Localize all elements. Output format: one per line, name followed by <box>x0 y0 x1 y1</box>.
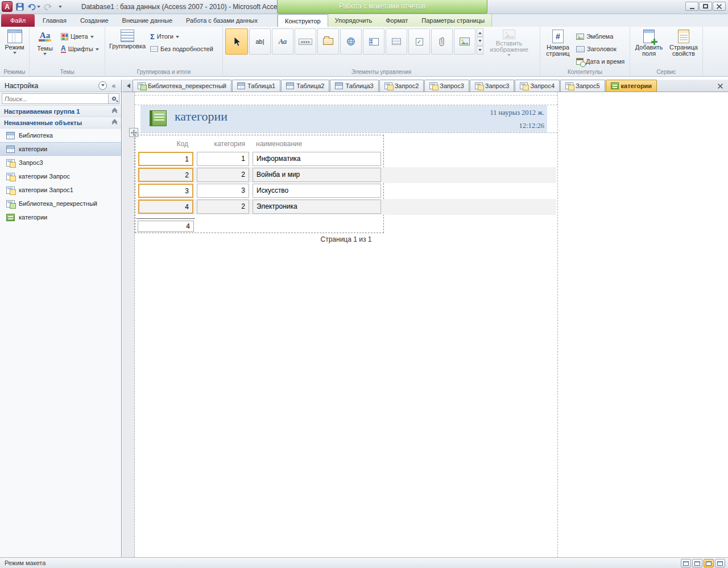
canvas-left-gutter <box>122 92 135 557</box>
search-button[interactable] <box>108 93 119 104</box>
report-logo-icon[interactable] <box>150 110 167 126</box>
fonts-button[interactable]: A Шрифты <box>60 44 100 54</box>
report-cell-category[interactable]: 3 <box>197 184 249 198</box>
report-cell-name[interactable]: Войнба и мир <box>253 168 381 182</box>
undo-button[interactable] <box>27 2 40 12</box>
report-cell-code[interactable]: 3 <box>138 184 193 198</box>
nav-item-categories[interactable]: категории <box>0 142 121 156</box>
report-cell-category[interactable]: 2 <box>197 168 249 182</box>
report-cell-category[interactable]: 1 <box>197 152 249 166</box>
report-cell-code[interactable]: 4 <box>138 200 193 214</box>
report-cell-name[interactable]: Информатика <box>253 152 381 166</box>
tab-home[interactable]: Главная <box>36 14 73 27</box>
report-cell-name[interactable]: Электроника <box>253 200 381 214</box>
report-title[interactable]: категории <box>175 109 228 124</box>
add-fields-button[interactable]: Добавить поля <box>632 28 665 57</box>
report-date[interactable]: 11 наурыз 2012 ж. <box>490 109 544 117</box>
doc-tab-categories-active[interactable]: категории <box>606 80 657 92</box>
design-view-button[interactable] <box>715 559 725 567</box>
nav-item-library-crosstab[interactable]: Библиотека_перекрестный <box>0 197 121 210</box>
view-shortcut-buttons <box>681 559 725 567</box>
close-button[interactable] <box>713 2 726 11</box>
report-cell-name[interactable]: Искусство <box>253 184 381 198</box>
collapse-pane-button[interactable]: « <box>109 81 118 90</box>
logo-button[interactable]: Эмблема <box>575 31 626 42</box>
tab-page-setup[interactable]: Параметры страницы <box>415 14 491 27</box>
listbox-control-button[interactable] <box>386 28 407 55</box>
nav-group-custom[interactable]: Настраиваемая группа 1 <box>0 106 121 117</box>
tab-external-data[interactable]: Внешние данные <box>115 14 179 27</box>
doc-tab-query3a[interactable]: Запрос3 <box>424 80 469 92</box>
date-time-button[interactable]: Дата и время <box>575 56 626 67</box>
tab-control-button[interactable] <box>317 28 339 55</box>
hyperlink-control-button[interactable] <box>340 28 362 55</box>
controls-gallery-scroll[interactable] <box>477 28 483 55</box>
totals-button[interactable]: Σ Итоги <box>149 31 214 42</box>
checkbox-control-button[interactable]: ✓ <box>408 28 430 55</box>
page-numbers-button[interactable]: # Номера страниц <box>543 28 573 57</box>
layout-view-button[interactable] <box>704 559 714 567</box>
doc-tab-query4[interactable]: Запрос4 <box>515 80 560 92</box>
save-button[interactable] <box>15 2 25 12</box>
select-control-button[interactable] <box>225 28 248 55</box>
nav-item-library[interactable]: Библиотека <box>0 128 121 142</box>
report-cell-code[interactable]: 2 <box>138 168 193 182</box>
doc-tab-query5[interactable]: Запрос5 <box>560 80 605 92</box>
tab-scroll-left-button[interactable] <box>122 80 133 92</box>
column-header-name[interactable]: наименование <box>253 138 381 150</box>
report-view-button[interactable] <box>681 559 691 567</box>
report-title-button[interactable]: Заголовок <box>575 44 626 54</box>
view-button[interactable]: Режим <box>2 28 27 56</box>
nav-menu-button[interactable] <box>98 81 107 90</box>
doc-tab-query3b[interactable]: Запрос3 <box>470 80 515 92</box>
report-total-cell[interactable]: 4 <box>138 221 194 232</box>
doc-tab-table1[interactable]: Таблица1 <box>232 80 280 92</box>
dropdown-caret-icon <box>59 6 62 10</box>
nav-item-categories-query1[interactable]: категории Запрос1 <box>0 183 121 197</box>
doc-tab-table3[interactable]: Таблица3 <box>330 80 378 92</box>
close-document-button[interactable] <box>715 82 725 90</box>
colors-button[interactable]: Цвета <box>60 31 100 42</box>
navigation-pane: Настройка « Настраиваемая группа 1 Неназ… <box>0 80 122 557</box>
nav-item-categories-report[interactable]: категории <box>0 210 121 224</box>
property-sheet-button[interactable]: Страница свойств <box>667 28 700 57</box>
button-control-button[interactable]: xxxx <box>295 28 316 55</box>
minimize-button[interactable] <box>685 2 698 11</box>
access-app-icon[interactable]: A <box>2 1 13 12</box>
tab-design[interactable]: Конструктор <box>278 14 328 27</box>
dropdown-caret-icon <box>90 36 94 40</box>
report-cell-category[interactable]: 2 <box>197 200 249 214</box>
print-preview-button[interactable] <box>692 559 702 567</box>
tab-format[interactable]: Формат <box>379 14 415 27</box>
report-cell-code[interactable]: 1 <box>138 152 193 166</box>
nav-item-categories-query[interactable]: категории Запрос <box>0 169 121 183</box>
report-time[interactable]: 12:12:26 <box>519 122 544 130</box>
tab-database-tools[interactable]: Работа с базами данных <box>179 14 264 27</box>
nav-item-query3[interactable]: Запрос3 <box>0 156 121 169</box>
grouping-button[interactable]: Группировка <box>107 28 147 49</box>
tab-create[interactable]: Создание <box>73 14 115 27</box>
customize-qat-button[interactable] <box>55 2 65 12</box>
attachment-control-button[interactable] <box>431 28 453 55</box>
doc-tab-library-crosstab[interactable]: Библиотека_перекрестный <box>133 80 231 92</box>
doc-tab-query2[interactable]: Запрос2 <box>379 80 424 92</box>
textbox-control-button[interactable]: ab| <box>249 28 271 55</box>
tab-file[interactable]: Файл <box>1 14 35 27</box>
page-footer-text[interactable]: Страница 1 из 1 <box>135 235 557 243</box>
search-input[interactable] <box>2 93 108 104</box>
label-control-button[interactable]: Aa <box>272 28 293 55</box>
doc-tab-table2[interactable]: Таблица2 <box>281 80 329 92</box>
dropdown-caret-icon <box>43 53 47 57</box>
nav-pane-header[interactable]: Настройка « <box>0 80 121 92</box>
report-header-band[interactable]: категории 11 наурыз 2012 ж. 12:12:26 <box>140 105 547 132</box>
navigation-control-button[interactable] <box>363 28 384 55</box>
group-label-grouping: Группировка и итоги <box>105 68 222 76</box>
column-header-category[interactable]: категория <box>197 138 249 150</box>
restore-button[interactable] <box>699 2 712 11</box>
nav-group-unassigned[interactable]: Неназначенные объекты <box>0 117 121 128</box>
themes-button[interactable]: Aa Темы <box>32 28 58 57</box>
column-header-code[interactable]: Код <box>138 138 193 150</box>
image-control-button[interactable] <box>454 28 475 55</box>
hide-details-button[interactable]: Без подробностей <box>149 44 214 54</box>
tab-arrange[interactable]: Упорядочить <box>328 14 379 27</box>
